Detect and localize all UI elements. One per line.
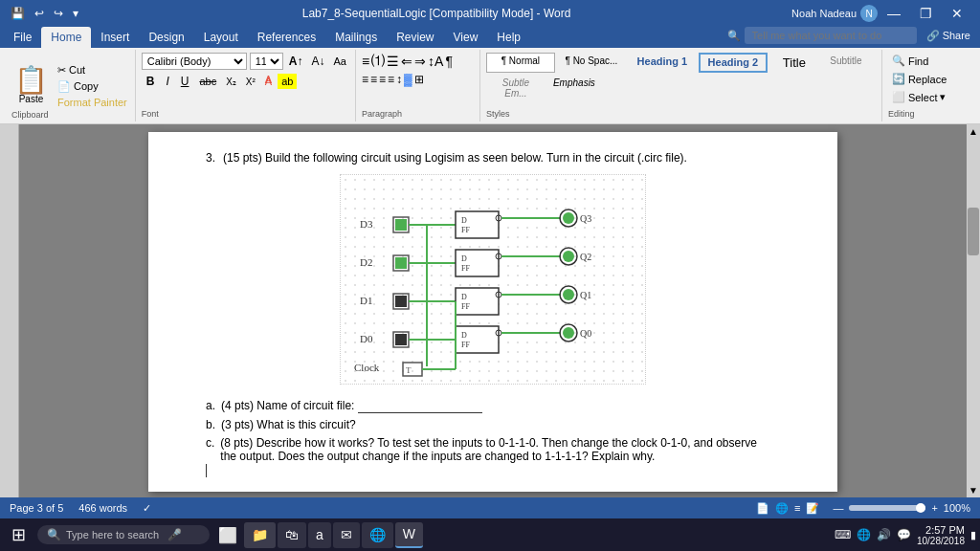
- zoom-in-button[interactable]: +: [931, 502, 937, 514]
- tab-design[interactable]: Design: [139, 27, 193, 48]
- sub-b-text: (3 pts) What is this circuit?: [221, 418, 356, 431]
- shrink-font-button[interactable]: A↓: [308, 54, 327, 69]
- shading-button[interactable]: ▓: [404, 73, 412, 86]
- redo-button[interactable]: ↪: [51, 5, 66, 22]
- taskbar-search[interactable]: 🔍 Type here to search 🎤: [37, 525, 210, 544]
- network-icon[interactable]: 🌐: [857, 528, 871, 541]
- vertical-scrollbar[interactable]: ▲ ▼: [967, 124, 980, 497]
- explorer-button[interactable]: 📁: [244, 522, 276, 548]
- borders-button[interactable]: ⊞: [414, 73, 424, 86]
- align-left-button[interactable]: ≡: [362, 73, 368, 86]
- amazon-button[interactable]: a: [308, 522, 331, 548]
- view-print-icon[interactable]: 📄: [756, 502, 769, 515]
- scroll-track[interactable]: [967, 139, 980, 483]
- style-nospace[interactable]: ¶ No Spac...: [557, 53, 626, 73]
- store-button[interactable]: 🛍: [278, 522, 306, 548]
- justify-button[interactable]: ≡: [388, 73, 394, 86]
- style-heading2[interactable]: Heading 2: [699, 53, 768, 73]
- show-desktop-button[interactable]: ▮: [970, 529, 976, 541]
- taskview-button[interactable]: ⬜: [213, 522, 242, 548]
- quick-access-toolbar[interactable]: 💾 ↩ ↪ ▾: [8, 5, 81, 22]
- superscript-button[interactable]: X²: [242, 75, 259, 89]
- select-button[interactable]: ⬜ Select ▾: [888, 89, 950, 105]
- share-button[interactable]: 🔗 Share: [921, 28, 976, 44]
- search-placeholder: Type here to search: [66, 529, 159, 540]
- numbering-button[interactable]: ⑴: [371, 53, 385, 70]
- find-button[interactable]: 🔍 Find: [888, 53, 950, 69]
- align-center-button[interactable]: ≡: [370, 73, 377, 86]
- document-page: 3. (15 pts) Build the following circuit …: [148, 132, 837, 492]
- customize-qat-button[interactable]: ▾: [70, 5, 81, 22]
- tab-review[interactable]: Review: [387, 27, 443, 48]
- chrome-button[interactable]: 🌐: [362, 522, 393, 548]
- save-button[interactable]: 💾: [8, 5, 28, 22]
- svg-text:Q1: Q1: [580, 290, 591, 300]
- highlight-button[interactable]: ab: [278, 74, 297, 89]
- minimize-button[interactable]: —: [878, 2, 910, 25]
- bold-button[interactable]: B: [142, 73, 160, 90]
- font-name-select[interactable]: Calibri (Body): [142, 53, 247, 70]
- tab-file[interactable]: File: [4, 27, 41, 48]
- italic-button[interactable]: I: [161, 73, 173, 90]
- sub-b-letter: b.: [206, 418, 215, 431]
- multilevel-button[interactable]: ☰: [387, 54, 399, 69]
- bullets-button[interactable]: ≡: [362, 54, 369, 69]
- tab-mailings[interactable]: Mailings: [325, 27, 387, 48]
- start-button[interactable]: ⊞: [4, 520, 33, 549]
- scroll-down-button[interactable]: ▼: [967, 483, 980, 497]
- strikethrough-button[interactable]: abc: [195, 74, 220, 89]
- style-normal[interactable]: ¶ Normal: [486, 53, 555, 73]
- tab-home[interactable]: Home: [41, 27, 91, 48]
- close-button[interactable]: ✕: [942, 2, 972, 25]
- subscript-button[interactable]: X₂: [222, 75, 240, 89]
- zoom-out-button[interactable]: —: [833, 502, 843, 514]
- ribbon-content: 📋 Paste ✂ Cut 📄 Copy Format Painter Clip…: [0, 48, 980, 124]
- copy-button[interactable]: 📄 Copy: [56, 79, 129, 94]
- question-number: 3.: [206, 151, 215, 165]
- grow-font-button[interactable]: A↑: [286, 54, 306, 69]
- tab-layout[interactable]: Layout: [194, 27, 248, 48]
- view-web-icon[interactable]: 🌐: [775, 502, 789, 515]
- word-taskbar-button[interactable]: W: [395, 522, 423, 548]
- question-text: (15 pts) Build the following circuit usi…: [223, 151, 687, 165]
- align-right-button[interactable]: ≡: [379, 73, 386, 86]
- style-title[interactable]: Title: [769, 53, 819, 73]
- tab-view[interactable]: View: [444, 27, 488, 48]
- font-size-select[interactable]: 11: [250, 53, 283, 70]
- sub-question-a: a. (4 pts) Name of circuit file:: [206, 399, 780, 413]
- paste-button[interactable]: 📋 Paste: [10, 64, 53, 107]
- underline-button[interactable]: U: [176, 73, 194, 90]
- tab-references[interactable]: References: [248, 27, 325, 48]
- replace-button[interactable]: 🔄 Replace: [888, 71, 950, 87]
- style-subtitle[interactable]: Subtitle: [821, 53, 871, 73]
- style-subtle[interactable]: Subtle Em...: [486, 75, 546, 101]
- undo-button[interactable]: ↩: [32, 5, 47, 22]
- status-bar: Page 3 of 5 466 words ✓ 📄 🌐 ≡ 📝 — + 100%: [0, 497, 980, 518]
- sort-button[interactable]: ↕A: [428, 54, 443, 69]
- keyboard-icon[interactable]: ⌨: [835, 528, 851, 541]
- font-color-button[interactable]: A: [261, 74, 276, 89]
- tab-help[interactable]: Help: [487, 27, 530, 48]
- style-heading1[interactable]: Heading 1: [628, 53, 697, 73]
- font-aa-button[interactable]: Aa: [330, 55, 348, 68]
- mail-button[interactable]: ✉: [333, 522, 360, 548]
- zoom-slider-thumb[interactable]: [916, 503, 925, 513]
- view-outline-icon[interactable]: ≡: [794, 502, 800, 514]
- decrease-indent-button[interactable]: ⇐: [401, 54, 412, 69]
- zoom-slider[interactable]: [849, 505, 925, 511]
- scroll-thumb[interactable]: [968, 208, 979, 255]
- line-spacing-button[interactable]: ↕: [396, 73, 402, 86]
- ribbon-search-input[interactable]: [745, 27, 917, 44]
- format-painter-button[interactable]: Format Painter: [56, 96, 129, 109]
- action-center-icon[interactable]: 💬: [897, 528, 911, 541]
- pilcrow-button[interactable]: ¶: [445, 54, 453, 69]
- view-draft-icon[interactable]: 📝: [806, 502, 819, 515]
- scroll-up-button[interactable]: ▲: [967, 124, 980, 139]
- increase-indent-button[interactable]: ⇒: [414, 54, 426, 69]
- style-emphasis[interactable]: Emphasis: [547, 75, 601, 101]
- maximize-button[interactable]: ❐: [910, 2, 942, 25]
- date-display: 10/28/2018: [917, 536, 965, 546]
- tab-insert[interactable]: Insert: [91, 27, 139, 48]
- cut-button[interactable]: ✂ Cut: [56, 63, 129, 77]
- volume-icon[interactable]: 🔊: [877, 528, 891, 541]
